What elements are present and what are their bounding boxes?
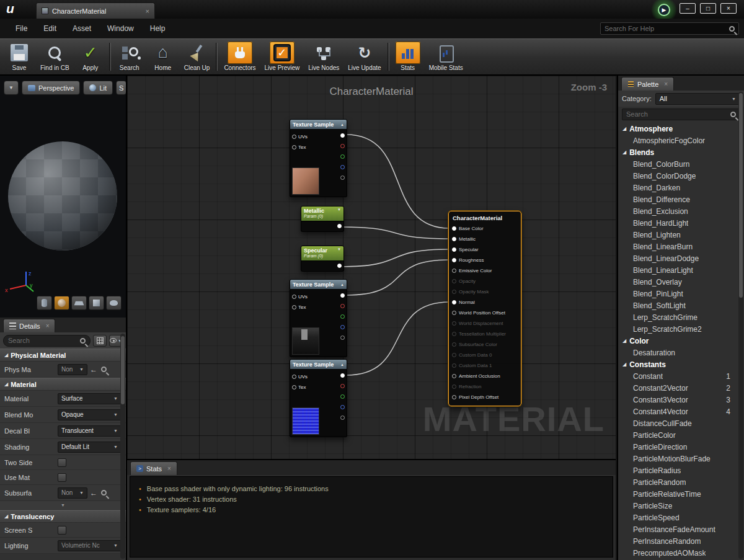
palette-item[interactable]: ◢ Lerp_ScratchGrime2 bbox=[618, 323, 738, 335]
details-scrollbar[interactable] bbox=[120, 334, 125, 559]
input-pin[interactable] bbox=[452, 395, 456, 399]
property-checkbox[interactable] bbox=[58, 526, 66, 535]
preview-shape-sphere-button[interactable] bbox=[54, 296, 69, 310]
toolbar-button[interactable]: Stats bbox=[391, 40, 425, 73]
material-input-pin-row[interactable]: Subsurface Color bbox=[449, 339, 521, 350]
material-input-pin-row[interactable]: Refraction bbox=[449, 381, 521, 392]
palette-item[interactable]: ◢ Blend_Overlay bbox=[618, 276, 738, 288]
palette-item[interactable]: ◢ ParticleColor bbox=[618, 429, 738, 441]
g-output-pin[interactable] bbox=[340, 314, 345, 319]
input-pin[interactable] bbox=[452, 237, 456, 241]
palette-item[interactable]: ◢ ParticleDirection bbox=[618, 441, 738, 453]
palette-tab[interactable]: Palette × bbox=[621, 77, 674, 91]
palette-item[interactable]: ◢ Blend_HardLight bbox=[618, 217, 738, 229]
category-dropdown[interactable]: All ▼ bbox=[655, 93, 740, 105]
menu-item[interactable]: Edit bbox=[35, 19, 64, 38]
input-pin[interactable] bbox=[452, 384, 456, 389]
palette-item[interactable]: ◢ Constants bbox=[618, 358, 738, 370]
palette-item[interactable]: ◢ Blend_Darken bbox=[618, 182, 738, 193]
property-dropdown[interactable]: Default Lit ▼ bbox=[58, 442, 122, 453]
help-search-box[interactable] bbox=[600, 22, 739, 35]
palette-item[interactable]: ◢ ParticleSpeed bbox=[618, 512, 738, 523]
show-button-truncated[interactable]: S bbox=[116, 81, 126, 95]
node-header[interactable]: Texture Sample ▲ bbox=[290, 279, 347, 290]
property-dropdown[interactable]: Volumetric Nc ▼ bbox=[58, 540, 122, 551]
palette-item[interactable]: ◢ Blend_PinLight bbox=[618, 288, 738, 300]
wire-texture-sample-normal-rgb-to-normal[interactable] bbox=[346, 302, 450, 375]
palette-item[interactable]: ◢ Blend_LinearDodge bbox=[618, 252, 738, 264]
toolbar-button[interactable]: Live Nodes bbox=[304, 40, 343, 73]
input-pin[interactable] bbox=[452, 258, 456, 262]
r-output-pin[interactable] bbox=[340, 384, 345, 388]
collapse-icon[interactable]: ▼ bbox=[337, 208, 341, 219]
value-output-pin[interactable] bbox=[337, 224, 342, 228]
toolbar-button[interactable]: Mobile Stats bbox=[425, 40, 467, 73]
property-checkbox[interactable] bbox=[58, 473, 66, 482]
palette-item[interactable]: ◢ Blend_Lighten bbox=[618, 229, 738, 241]
details-row[interactable]: ◢ Material Surface ▼ ← ▼ bbox=[0, 391, 126, 407]
details-row[interactable]: ◢ ▼ ← ▼ bbox=[0, 501, 126, 510]
scalar-parameter-node[interactable]: Specular Param (0) ▼ bbox=[301, 246, 344, 272]
menu-item[interactable]: Window bbox=[99, 19, 142, 38]
input-pin[interactable] bbox=[452, 279, 456, 283]
texture-sample-node[interactable]: Texture Sample ▲ UVs Tex bbox=[290, 279, 347, 357]
category-expanded-icon[interactable]: ◢ bbox=[622, 338, 626, 344]
node-header[interactable]: Specular Param (0) ▼ bbox=[301, 246, 344, 261]
preview-shape-cylinder-button[interactable] bbox=[37, 296, 52, 310]
palette-item[interactable]: ◢ Blend_ColorDodge bbox=[618, 170, 738, 182]
collapse-icon[interactable]: ▲ bbox=[340, 123, 344, 127]
material-result-node[interactable]: CharacterMaterial Base Color Metallic bbox=[448, 211, 521, 406]
palette-item[interactable]: ◢ Blend_SoftLight bbox=[618, 300, 738, 311]
menu-item[interactable]: File bbox=[7, 19, 35, 38]
material-input-pin-row[interactable]: Specular bbox=[449, 244, 521, 255]
r-output-pin[interactable] bbox=[340, 144, 345, 148]
category-expanded-icon[interactable]: ◢ bbox=[622, 149, 626, 155]
material-input-pin-row[interactable]: Custom Data 0 bbox=[449, 350, 521, 360]
material-graph-canvas[interactable]: CharacterMaterial Zoom -3 MATERIAL Textu… bbox=[127, 76, 616, 460]
material-input-pin-row[interactable]: Normal bbox=[449, 297, 521, 308]
r-output-pin[interactable] bbox=[340, 304, 345, 308]
material-input-pin-row[interactable]: Tessellation Multiplier bbox=[449, 329, 521, 339]
palette-item[interactable]: ◢ ParticleMotionBlurFade bbox=[618, 453, 738, 464]
material-input-pin-row[interactable]: Opacity Mask bbox=[449, 287, 521, 297]
collapse-icon[interactable]: ▲ bbox=[340, 363, 344, 367]
palette-item[interactable]: ◢ Blends bbox=[618, 146, 738, 158]
details-tab-close-icon[interactable]: × bbox=[46, 322, 50, 329]
palette-tab-close-icon[interactable]: × bbox=[664, 81, 668, 87]
input-pin[interactable] bbox=[452, 226, 456, 231]
toolbar-button[interactable]: Save bbox=[2, 40, 36, 73]
use-selected-asset-icon[interactable]: ← bbox=[90, 489, 97, 497]
palette-item[interactable]: ◢ PrecomputedAOMask bbox=[618, 547, 738, 559]
toolbar-button[interactable]: Search bbox=[113, 40, 146, 73]
stats-tab[interactable]: Stats × bbox=[130, 461, 177, 475]
rgb-output-pin[interactable] bbox=[340, 373, 345, 378]
palette-item[interactable]: ◢ ParticleRadius bbox=[618, 464, 738, 476]
property-dropdown[interactable]: Opaque ▼ bbox=[58, 409, 122, 420]
details-grid-view-button[interactable] bbox=[93, 335, 107, 347]
uvs-input-pin[interactable] bbox=[292, 135, 296, 139]
perspective-button[interactable]: Perspective bbox=[22, 81, 80, 95]
details-row[interactable]: ◢ Shading Default Lit ▼ ← ▼ bbox=[0, 439, 126, 455]
material-input-pin-row[interactable]: Ambient Occlusion bbox=[449, 371, 521, 381]
palette-item[interactable]: ◢ Constant3Vector 3 bbox=[618, 394, 738, 406]
palette-item[interactable]: ◢ Blend_Difference bbox=[618, 193, 738, 205]
toolbar-button[interactable]: Home bbox=[146, 40, 180, 73]
tex-input-pin[interactable] bbox=[292, 305, 296, 309]
b-output-pin[interactable] bbox=[340, 325, 345, 329]
preview-shape-plane-button[interactable] bbox=[71, 296, 87, 310]
a-output-pin[interactable] bbox=[340, 176, 345, 180]
material-input-pin-row[interactable]: Opacity bbox=[449, 276, 521, 287]
details-row[interactable]: ◢ Blend Mo Opaque ▼ ← ▼ bbox=[0, 407, 126, 423]
details-row[interactable]: ◢ Two Side ▼ ← ▼ bbox=[0, 455, 126, 470]
node-header[interactable]: Texture Sample ▲ bbox=[290, 119, 347, 130]
toolbar-button[interactable]: Live Preview bbox=[260, 40, 304, 73]
rgb-output-pin[interactable] bbox=[340, 293, 345, 298]
section-expanded-icon[interactable]: ◢ bbox=[4, 513, 8, 519]
input-pin[interactable] bbox=[452, 311, 456, 315]
palette-search-box[interactable] bbox=[622, 109, 740, 120]
property-checkbox[interactable] bbox=[58, 458, 66, 467]
node-header[interactable]: Metallic Param (0) ▼ bbox=[301, 206, 344, 221]
material-input-pin-row[interactable]: Pixel Depth Offset bbox=[449, 392, 521, 402]
details-search-input[interactable] bbox=[8, 337, 80, 344]
input-pin[interactable] bbox=[452, 269, 456, 273]
